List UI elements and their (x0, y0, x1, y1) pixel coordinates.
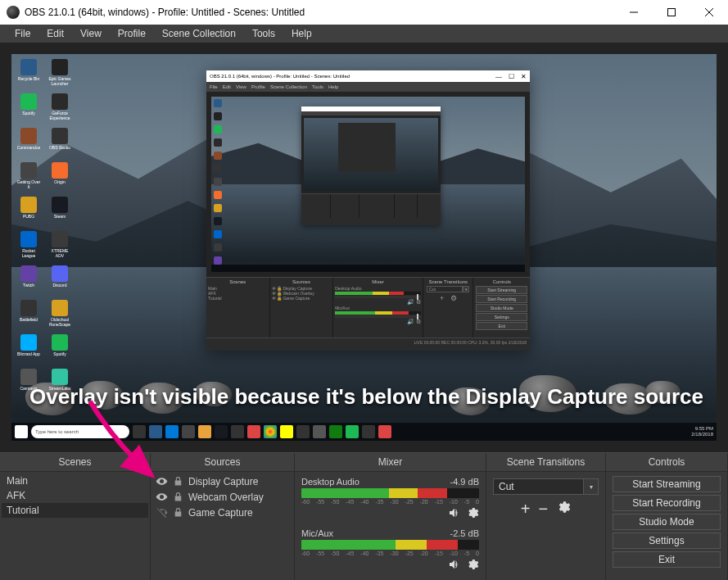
gear-icon[interactable] (466, 558, 479, 573)
mixer-panel-title: Mixer (295, 453, 486, 472)
mixer-track: Desktop Audio-4.9 dB -60-55-50-45-40-35-… (301, 477, 479, 522)
desktop-shortcut: Spotify (16, 93, 41, 123)
source-label: Display Capture (188, 476, 258, 487)
source-label: Webcam Overlay (188, 492, 264, 503)
bottom-dock: Scenes MainAFKTutorial Sources Display C… (0, 452, 728, 580)
desktop-shortcut: GeForce Experience (47, 93, 72, 123)
settings-button[interactable]: Settings (613, 532, 721, 549)
source-item[interactable]: Game Capture (152, 505, 292, 520)
transition-add-button[interactable]: + (521, 500, 531, 519)
scene-item[interactable]: Main (2, 474, 148, 488)
desktop-shortcut: Twitch (16, 265, 41, 295)
menu-profile[interactable]: Profile (110, 28, 154, 39)
desktop-shortcut: XTREME ADV (47, 231, 72, 261)
desktop-shortcut: Getting Over It (16, 162, 41, 192)
gear-icon[interactable] (466, 506, 479, 522)
menu-edit[interactable]: Edit (38, 28, 72, 39)
desktop-shortcut: OBS Studio (47, 128, 72, 157)
desktop-shortcut: Spotify (47, 334, 72, 364)
mixer-track-name: Desktop Audio (301, 477, 359, 487)
maximize-button[interactable] (653, 0, 690, 25)
desktop-shortcut: Discord (47, 265, 72, 295)
menu-scene-collection[interactable]: Scene Collection (154, 28, 244, 39)
menu-view[interactable]: View (72, 28, 110, 39)
sources-panel-title: Sources (151, 453, 294, 472)
mixer-panel: Mixer Desktop Audio-4.9 dB -60-55-50-45-… (295, 453, 486, 580)
menu-help[interactable]: Help (283, 28, 320, 39)
transitions-panel: Scene Transitions Cut ▾ + − (486, 453, 606, 580)
desktop-shortcut: Recycle Bin (16, 59, 41, 88)
window-title: OBS 21.0.1 (64bit, windows) - Profile: U… (25, 7, 615, 18)
preview-canvas: Recycle BinEpic Games LauncherSpotifyGeF… (11, 54, 717, 441)
desktop-shortcut: Blizzard App (16, 334, 41, 364)
nested-obs-window: OBS 21.0.1 (64bit, windows) - Profile: U… (206, 70, 530, 351)
menubar: File Edit View Profile Scene Collection … (0, 25, 728, 43)
transition-select[interactable]: Cut (493, 478, 584, 495)
scenes-panel: Scenes MainAFKTutorial (0, 453, 151, 580)
vu-meter (301, 540, 479, 550)
desktop-shortcut: Origin (47, 162, 72, 192)
svg-rect-0 (668, 9, 676, 16)
taskbar-search: Type here to search (31, 425, 129, 438)
controls-panel-title: Controls (606, 453, 727, 472)
scene-item[interactable]: AFK (2, 488, 148, 503)
mixer-track-db: -4.9 dB (450, 477, 479, 487)
desktop-shortcut: Epic Games Launcher (47, 59, 72, 88)
lock-icon[interactable] (172, 491, 184, 503)
menu-file[interactable]: File (7, 28, 38, 39)
desktop-shortcut: PUBG (16, 197, 41, 226)
mixer-track-db: -2.5 dB (450, 528, 479, 538)
vu-meter (301, 488, 479, 498)
close-button[interactable] (690, 0, 728, 25)
visibility-toggle-icon[interactable] (156, 506, 168, 519)
speaker-icon[interactable] (448, 558, 461, 573)
nested-window-title: OBS 21.0.1 (64bit, windows) - Profile: U… (210, 74, 350, 79)
source-item[interactable]: Display Capture (152, 474, 292, 489)
start-button-icon (15, 425, 28, 438)
transition-remove-button[interactable]: − (539, 500, 549, 519)
start-recording-button[interactable]: Start Recording (613, 495, 721, 511)
preview-area[interactable]: Recycle BinEpic Games LauncherSpotifyGeF… (0, 43, 728, 452)
transition-settings-button[interactable] (556, 500, 571, 519)
minimize-button[interactable] (615, 0, 653, 25)
nested-status-bar: LIVE 00:00:00 REC 00:00:00 CPU: 3.2%, 30… (206, 338, 530, 349)
desktop-shortcut: Battlefield (16, 300, 41, 329)
transitions-panel-title: Scene Transitions (486, 453, 605, 472)
lock-icon[interactable] (172, 506, 184, 519)
controls-panel: Controls Start StreamingStart RecordingS… (606, 453, 728, 580)
source-item[interactable]: Webcam Overlay (152, 489, 292, 505)
annotation-text: Overlay isn't visible because it's below… (29, 384, 703, 410)
mixer-track: Mic/Aux-2.5 dB -60-55-50-45-40-35-30-25-… (301, 528, 479, 573)
menu-tools[interactable]: Tools (244, 28, 283, 39)
desktop-shortcut: Steam (47, 197, 72, 226)
desktop-shortcut: Rocket League (16, 231, 41, 261)
taskbar-time: 9:55 PM (691, 426, 713, 432)
desktop-icons-grid: Recycle BinEpic Games LauncherSpotifyGeF… (16, 59, 74, 400)
taskbar-date: 2/18/2018 (691, 432, 713, 437)
mixer-track-name: Mic/Aux (301, 528, 333, 538)
exit-button[interactable]: Exit (613, 551, 721, 568)
studio-mode-button[interactable]: Studio Mode (613, 514, 721, 530)
obs-app-icon (7, 6, 20, 19)
lock-icon[interactable] (172, 475, 184, 487)
desktop-shortcut: Commandos (16, 128, 41, 157)
visibility-toggle-icon[interactable] (156, 491, 168, 503)
window-titlebar: OBS 21.0.1 (64bit, windows) - Profile: U… (0, 0, 728, 25)
source-label: Game Capture (188, 507, 253, 519)
start-streaming-button[interactable]: Start Streaming (613, 476, 721, 492)
scenes-panel-title: Scenes (0, 453, 150, 472)
scene-item[interactable]: Tutorial (2, 503, 148, 518)
sources-panel: Sources Display CaptureWebcam OverlayGam… (151, 453, 295, 580)
windows-taskbar: Type here to search 9:55 PM 2/18/2018 (11, 423, 717, 441)
visibility-toggle-icon[interactable] (156, 475, 168, 487)
speaker-icon[interactable] (448, 506, 461, 522)
desktop-shortcut: Oldschool RuneScape (47, 300, 72, 329)
transition-dropdown-button[interactable]: ▾ (584, 478, 599, 495)
